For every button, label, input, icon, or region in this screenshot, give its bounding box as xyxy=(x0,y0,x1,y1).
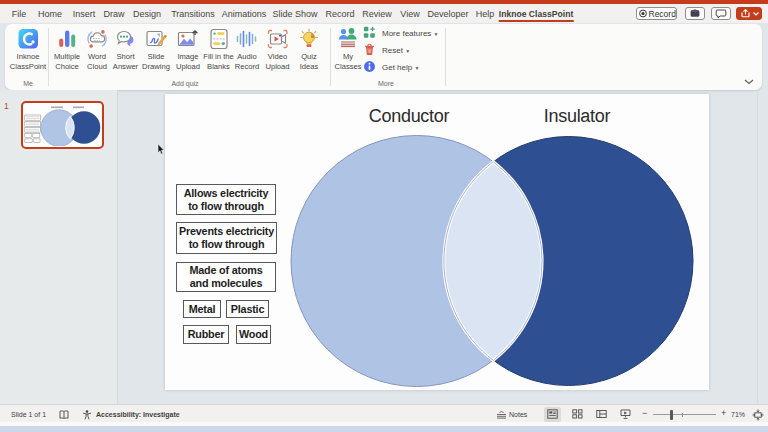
svg-text:Record: Record xyxy=(649,8,677,18)
